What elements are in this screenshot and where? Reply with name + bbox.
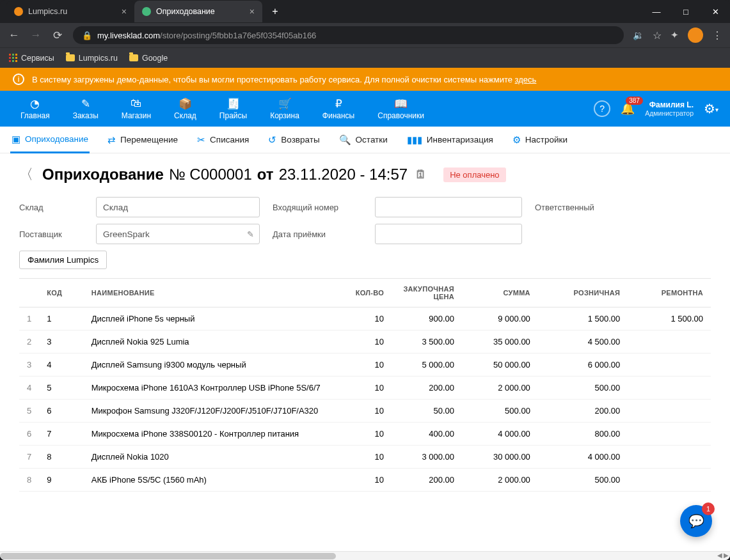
extensions-icon[interactable]: ✦ — [670, 29, 679, 41]
subnav-label: Списания — [210, 135, 249, 144]
table-row[interactable]: 45Микросхема iPhone 1610A3 Контроллер US… — [19, 377, 711, 400]
cell-purchase: 3 000.00 — [392, 446, 462, 469]
banner-link[interactable]: здесь — [515, 75, 537, 84]
nav-label: Главная — [20, 111, 50, 120]
book-icon: 📖 — [394, 97, 408, 110]
forward-button[interactable]: → — [29, 29, 42, 42]
bookmark-google[interactable]: Google — [129, 54, 168, 63]
window-minimize[interactable]: — — [642, 1, 671, 22]
label-warehouse: Склад — [19, 203, 83, 212]
notifications-button[interactable]: 🔔387 — [621, 102, 635, 116]
cell-retail: 1 500.00 — [538, 307, 628, 331]
bookmark-lumpics[interactable]: Lumpics.ru — [66, 54, 118, 63]
subnav-label: Оприходование — [25, 134, 88, 144]
th-retail: РОЗНИЧНАЯ — [538, 279, 628, 307]
nav-orders[interactable]: ✎Заказы — [64, 95, 107, 123]
settings-gear-button[interactable]: ⚙▾ — [704, 101, 718, 116]
title-from: от — [257, 166, 274, 183]
nav-prices[interactable]: 🧾Прайсы — [210, 95, 256, 123]
cell-code: 1 — [39, 307, 84, 331]
cell-qty: 10 — [328, 400, 392, 423]
new-tab-button[interactable]: + — [266, 3, 284, 20]
tab-lumpics[interactable]: Lumpics.ru × — [6, 1, 134, 22]
window-close[interactable]: ✕ — [701, 1, 730, 22]
table-row[interactable]: 34Дисплей Samsung i9300 модуль черный105… — [19, 354, 711, 377]
subnav-label: Перемещение — [120, 135, 178, 144]
cell-qty: 10 — [328, 469, 392, 492]
help-button[interactable]: ? — [594, 100, 610, 117]
cell-purchase: 400.00 — [392, 423, 462, 446]
tab-posting[interactable]: Оприходование × — [134, 1, 262, 22]
row-index: 5 — [19, 400, 39, 423]
reload-button[interactable]: ⟳ — [51, 29, 64, 42]
subnav-inventory[interactable]: ▮▮▮Инвентаризация — [406, 128, 495, 152]
lock-icon: 🔒 — [82, 31, 92, 40]
transfer-icon: ⇄ — [107, 134, 116, 146]
cell-purchase: 5 000.00 — [392, 354, 462, 377]
nav-label: Заказы — [73, 111, 99, 120]
label-supplier: Поставщик — [19, 229, 83, 239]
star-icon[interactable]: ☆ — [653, 29, 662, 42]
subnav-transfer[interactable]: ⇄Перемещение — [106, 128, 179, 152]
nav-refs[interactable]: 📖Справочники — [369, 95, 433, 123]
box-icon: 📦 — [179, 97, 192, 110]
cell-purchase: 200.00 — [392, 469, 462, 492]
table-row[interactable]: 78Дисплей Nokia 1020103 000.0030 000.004… — [19, 446, 711, 469]
menu-icon[interactable]: ⋮ — [712, 29, 722, 42]
nav-home[interactable]: ◔Главная — [12, 95, 59, 123]
scrollbar-thumb[interactable] — [0, 553, 336, 559]
profile-avatar[interactable] — [688, 27, 703, 43]
back-button[interactable]: ← — [8, 29, 20, 42]
close-tab-icon[interactable]: × — [122, 6, 127, 17]
table-row[interactable]: 67Микросхема iPhone 338S00120 - Контролл… — [19, 423, 711, 446]
table-row[interactable]: 11Дисплей iPhone 5s черный10900.009 000.… — [19, 307, 711, 331]
incoming-no-input[interactable] — [375, 197, 522, 217]
receipt-date-input[interactable] — [375, 224, 522, 244]
cell-sum: 2 000.00 — [462, 377, 538, 400]
url-input[interactable]: 🔒 my.livesklad.com/store/posting/5fbbb1a… — [73, 26, 624, 44]
cell-qty: 10 — [328, 354, 392, 377]
responsible-chip[interactable]: Фамилия Lumpics — [19, 251, 107, 269]
cell-sum: 30 000.00 — [462, 446, 538, 469]
back-chevron-button[interactable]: 〈 — [19, 165, 33, 184]
table-row[interactable]: 56Микрофон Samsung J320F/J120F/J200F/J51… — [19, 400, 711, 423]
translate-icon[interactable]: 🔉 — [633, 30, 644, 40]
chat-unread-badge: 1 — [702, 502, 715, 515]
horizontal-scrollbar[interactable]: ◀▶ — [0, 551, 730, 560]
cell-sum: 35 000.00 — [462, 331, 538, 354]
warehouse-input[interactable]: Склад — [96, 197, 260, 217]
nav-shop[interactable]: 🛍Магазин — [113, 95, 160, 123]
row-index: 7 — [19, 446, 39, 469]
nav-finance[interactable]: ₽Финансы — [313, 95, 363, 123]
chat-button[interactable]: 💬 1 — [680, 505, 712, 537]
nav-warehouse[interactable]: 📦Склад — [165, 95, 205, 123]
subnav-stock[interactable]: 🔍Остатки — [338, 128, 389, 152]
subnav-returns[interactable]: ↺Возвраты — [267, 128, 321, 152]
table-row[interactable]: 23Дисплей Nokia 925 Lumia103 500.0035 00… — [19, 331, 711, 354]
close-tab-icon[interactable]: × — [250, 6, 255, 17]
cell-name: Микросхема iPhone 338S00120 - Контроллер… — [84, 423, 328, 446]
apps-button[interactable]: Сервисы — [9, 54, 54, 63]
subnav-settings[interactable]: ⚙Настройки — [511, 128, 569, 152]
browser-tabs: Lumpics.ru × Оприходование × + — □ ✕ — [0, 0, 730, 23]
calendar-icon[interactable]: 🗓 — [415, 168, 427, 182]
edit-pencil-icon[interactable]: ✎ — [247, 229, 254, 239]
cell-repair: 1 500.00 — [628, 307, 711, 331]
subnav-posting[interactable]: ▣Оприходование — [10, 127, 90, 153]
info-icon: i — [13, 74, 24, 85]
cell-name: Дисплей Samsung i9300 модуль черный — [84, 354, 328, 377]
input-value: GreenSpark — [103, 229, 150, 239]
nav-label: Финансы — [322, 111, 354, 120]
cell-code: 9 — [39, 469, 84, 492]
notification-badge: 387 — [626, 97, 643, 105]
supplier-input[interactable]: GreenSpark✎ — [96, 224, 260, 244]
return-icon: ↺ — [268, 134, 276, 146]
user-block[interactable]: Фамилия L. Администратор — [645, 100, 694, 118]
cell-code: 7 — [39, 423, 84, 446]
subnav-writeoff[interactable]: ✂Списания — [196, 128, 250, 152]
nav-cart[interactable]: 🛒Корзина — [261, 95, 308, 123]
table-row[interactable]: 89АКБ iPhone 5S/5C (1560 mAh)10200.002 0… — [19, 469, 711, 492]
th-name: НАИМЕНОВАНИЕ — [84, 279, 328, 307]
window-maximize[interactable]: □ — [671, 1, 701, 22]
items-table: КОД НАИМЕНОВАНИЕ КОЛ-ВО ЗАКУПОЧНАЯ ЦЕНА … — [19, 278, 711, 492]
